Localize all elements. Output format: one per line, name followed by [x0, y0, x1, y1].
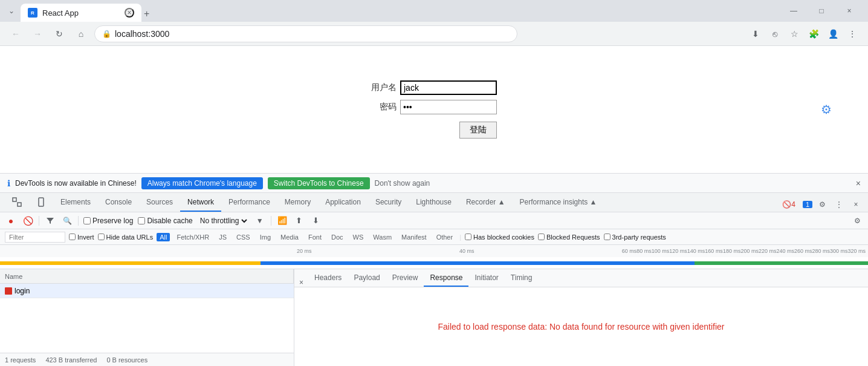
- response-panel-close-button[interactable]: ×: [299, 278, 303, 287]
- clear-button[interactable]: 🚫: [22, 215, 34, 227]
- filter-type-all[interactable]: All: [157, 233, 170, 241]
- devtools-tab-console[interactable]: Console: [98, 194, 139, 212]
- export-har-button[interactable]: ⬇: [310, 215, 322, 227]
- filter-input[interactable]: [5, 232, 65, 243]
- disable-cache-label[interactable]: Disable cache: [138, 217, 192, 225]
- response-tab-payload[interactable]: Payload: [348, 270, 386, 287]
- url-bar[interactable]: 🔒 localhost:3000: [94, 25, 517, 42]
- new-tab-button[interactable]: +: [141, 6, 152, 22]
- devtools-tab-perf-insights[interactable]: Performance insights ▲: [513, 194, 604, 212]
- response-tab-timing[interactable]: Timing: [505, 270, 539, 287]
- invert-checkbox[interactable]: [69, 234, 76, 240]
- filter-button[interactable]: [44, 215, 56, 227]
- password-input[interactable]: [400, 100, 497, 114]
- response-panel: × Headers Payload Preview Response Initi…: [294, 269, 868, 366]
- response-tab-headers[interactable]: Headers: [308, 270, 348, 287]
- filter-type-ws[interactable]: WS: [350, 233, 367, 241]
- devtools-tab-performance[interactable]: Performance: [221, 194, 277, 212]
- hide-data-urls-text: Hide data URLs: [106, 234, 154, 241]
- filter-separator: |: [459, 234, 461, 241]
- network-conditions-button[interactable]: 📶: [276, 215, 288, 227]
- response-tab-response[interactable]: Response: [424, 270, 468, 287]
- extensions-button[interactable]: 🧩: [805, 25, 822, 42]
- settings-gear-icon[interactable]: ⚙: [821, 102, 832, 117]
- devtools-tab-mobile[interactable]: [29, 194, 53, 212]
- notification-message: DevTools is now available in Chinese!: [15, 179, 137, 188]
- has-blocked-cookies-label[interactable]: Has blocked cookies: [465, 234, 534, 241]
- devtools-tab-security[interactable]: Security: [368, 194, 409, 212]
- home-button[interactable]: ⌂: [73, 25, 89, 42]
- blocked-requests-label[interactable]: Blocked Requests: [538, 234, 600, 241]
- window-controls: — □ ×: [780, 1, 863, 21]
- reload-button[interactable]: ↻: [51, 25, 68, 42]
- response-tab-initiator[interactable]: Initiator: [468, 270, 504, 287]
- blocked-requests-checkbox[interactable]: [538, 234, 545, 240]
- filter-type-js[interactable]: JS: [216, 233, 230, 241]
- browser-chrome: ⌄ R React App × + — □ × ← → ↻ ⌂ 🔒 localh…: [0, 0, 868, 366]
- import-har-button[interactable]: ⬆: [293, 215, 305, 227]
- devtools-tab-memory[interactable]: Memory: [277, 194, 318, 212]
- has-blocked-cookies-checkbox[interactable]: [465, 234, 471, 240]
- login-button[interactable]: 登陆: [459, 122, 497, 139]
- devtools-tab-network[interactable]: Network: [180, 194, 221, 212]
- share-button[interactable]: ⎋: [766, 25, 783, 42]
- maximize-button[interactable]: □: [808, 1, 835, 21]
- filter-type-manifest[interactable]: Manifest: [398, 233, 430, 241]
- filter-type-doc[interactable]: Doc: [328, 233, 346, 241]
- back-button[interactable]: ←: [7, 25, 24, 42]
- close-window-button[interactable]: ×: [835, 1, 863, 21]
- network-settings-button[interactable]: ⚙: [851, 215, 863, 227]
- response-tab-preview[interactable]: Preview: [386, 270, 424, 287]
- devtools-tab-lighthouse[interactable]: Lighthouse: [409, 194, 459, 212]
- notification-close-button[interactable]: ×: [856, 178, 861, 188]
- filter-type-fetch-xhr[interactable]: Fetch/XHR: [173, 233, 212, 241]
- third-party-label[interactable]: 3rd-party requests: [604, 234, 666, 241]
- invert-filter-label[interactable]: Invert: [69, 234, 94, 241]
- username-input[interactable]: [400, 80, 497, 95]
- svg-rect-1: [18, 203, 21, 206]
- match-language-button[interactable]: Always match Chrome's language: [141, 177, 263, 189]
- request-list-panel: Name login 1 requests 423 B transferred …: [0, 269, 294, 366]
- minimize-button[interactable]: —: [780, 1, 808, 21]
- search-button[interactable]: 🔍: [61, 215, 73, 227]
- record-button[interactable]: ●: [5, 215, 17, 227]
- switch-devtools-button[interactable]: Switch DevTools to Chinese: [268, 177, 370, 189]
- preserve-log-label[interactable]: Preserve log: [83, 217, 133, 225]
- disable-cache-checkbox[interactable]: [138, 217, 145, 224]
- table-row[interactable]: login: [0, 284, 294, 298]
- filter-type-font[interactable]: Font: [305, 233, 325, 241]
- devtools-more-button[interactable]: ⋮: [832, 197, 846, 212]
- active-tab[interactable]: R React App ×: [21, 4, 141, 22]
- request-list-empty: [0, 298, 294, 353]
- forward-button[interactable]: →: [29, 25, 46, 42]
- devtools-tab-elements[interactable]: Elements: [53, 194, 98, 212]
- devtools-tab-sources[interactable]: Sources: [139, 194, 180, 212]
- request-name-cell: login: [0, 287, 294, 295]
- profile-button[interactable]: 👤: [824, 25, 841, 42]
- hide-data-urls-label[interactable]: Hide data URLs: [98, 234, 154, 241]
- devtools-close-button[interactable]: ×: [849, 197, 863, 212]
- throttle-down-button[interactable]: ▼: [254, 215, 266, 227]
- chevron-button[interactable]: ⌄: [7, 5, 16, 16]
- filter-type-wasm[interactable]: Wasm: [370, 233, 395, 241]
- devtools-settings-button[interactable]: ⚙: [815, 197, 829, 212]
- devtools-tab-inspect[interactable]: [5, 194, 29, 212]
- preserve-log-checkbox[interactable]: [83, 217, 91, 224]
- bookmark-button[interactable]: ☆: [786, 25, 803, 42]
- preserve-log-text: Preserve log: [92, 217, 133, 225]
- filter-type-img[interactable]: Img: [257, 233, 274, 241]
- url-text: localhost:3000: [115, 29, 510, 39]
- username-label: 用户名: [371, 82, 397, 93]
- throttle-select[interactable]: No throttling: [198, 216, 249, 226]
- save-to-drive-button[interactable]: ⬇: [747, 25, 764, 42]
- filter-type-media[interactable]: Media: [277, 233, 302, 241]
- tab-close-button[interactable]: ×: [125, 8, 134, 18]
- filter-type-other[interactable]: Other: [433, 233, 456, 241]
- devtools-tab-recorder[interactable]: Recorder ▲: [459, 194, 513, 212]
- devtools-tab-application[interactable]: Application: [318, 194, 368, 212]
- filter-type-css[interactable]: CSS: [233, 233, 253, 241]
- third-party-checkbox[interactable]: [604, 234, 611, 240]
- hide-data-urls-checkbox[interactable]: [98, 234, 105, 240]
- dont-show-again-link[interactable]: Don't show again: [375, 179, 430, 188]
- menu-button[interactable]: ⋮: [844, 25, 861, 42]
